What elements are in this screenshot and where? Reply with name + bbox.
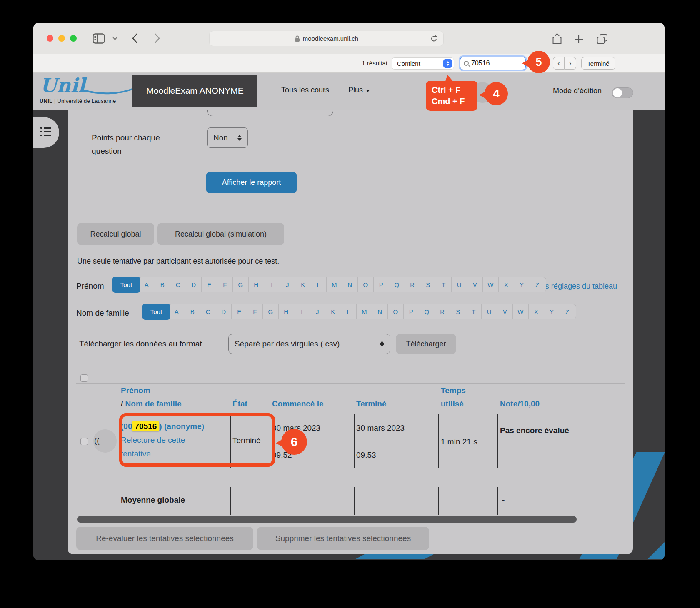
firstname-letter-filter[interactable]: E <box>201 277 217 292</box>
firstname-letter-filter[interactable]: I <box>264 277 280 292</box>
firstname-letter-filter[interactable]: V <box>467 277 483 292</box>
lastname-letter-filter[interactable]: B <box>185 304 200 319</box>
find-next-button[interactable]: › <box>565 57 576 70</box>
firstname-letter-filter[interactable]: R <box>405 277 420 292</box>
download-format-select[interactable]: Séparé par des virgules (.csv) <box>228 334 390 354</box>
lastname-letter-filter[interactable]: N <box>372 304 388 319</box>
sidebar-toggle-icon[interactable] <box>92 33 105 44</box>
firstname-letter-filter[interactable]: G <box>232 277 248 292</box>
firstname-letter-filter[interactable]: A <box>139 277 155 292</box>
regrade-selected-button[interactable]: Ré-évaluer les tentatives sélectionnées <box>76 527 253 550</box>
lastname-letter-filter[interactable]: V <box>497 304 513 319</box>
lastname-letter-filter[interactable]: Z <box>560 304 575 319</box>
column-header-lastname[interactable]: / Nom de famille <box>121 399 182 409</box>
regrade-all-dry-run-button[interactable]: Recalcul global (simulation) <box>158 223 284 245</box>
truncated-field[interactable] <box>207 110 333 116</box>
lastname-letter-filter[interactable]: Q <box>419 304 435 319</box>
lastname-letter-filter[interactable]: I <box>294 304 310 319</box>
back-button-icon[interactable] <box>132 33 138 43</box>
firstname-letter-filter[interactable]: S <box>420 277 436 292</box>
firstname-letter-filter[interactable]: Z <box>530 277 545 292</box>
firstname-letter-filter[interactable]: H <box>248 277 264 292</box>
toggle-knob <box>613 88 622 97</box>
lastname-letter-filter[interactable]: J <box>310 304 325 319</box>
firstname-letter-filter[interactable]: J <box>280 277 295 292</box>
sidebar-chevron-down-icon[interactable] <box>112 36 118 40</box>
maximize-window-button[interactable] <box>70 35 77 42</box>
firstname-letter-filter[interactable]: F <box>217 277 233 292</box>
nav-more[interactable]: Plus <box>348 86 370 95</box>
share-icon[interactable] <box>552 33 562 45</box>
firstname-letter-filter[interactable]: Q <box>389 277 405 292</box>
points-per-question-label: Points pour chaque question <box>92 131 183 158</box>
firstname-letter-filter[interactable]: M <box>326 277 342 292</box>
close-window-button[interactable] <box>47 35 53 42</box>
firstname-letter-filter[interactable]: U <box>451 277 467 292</box>
show-report-button[interactable]: Afficher le rapport <box>206 172 297 193</box>
lastname-letter-filter[interactable]: X <box>528 304 544 319</box>
column-header-time-line1[interactable]: Temps <box>441 386 466 395</box>
firstname-letter-filter[interactable]: C <box>170 277 186 292</box>
download-button[interactable]: Télécharger <box>396 334 456 354</box>
lastname-letter-filter[interactable]: C <box>200 304 216 319</box>
find-done-button[interactable]: Terminé <box>581 57 615 70</box>
reload-icon[interactable] <box>430 35 438 43</box>
nav-all-courses[interactable]: Tous les cours <box>281 86 329 95</box>
edit-mode-toggle[interactable] <box>612 87 633 98</box>
minimize-window-button[interactable] <box>58 35 65 42</box>
lastname-letter-filter[interactable]: U <box>481 304 497 319</box>
lastname-letter-filter[interactable]: R <box>435 304 450 319</box>
firstname-letter-filter[interactable]: O <box>358 277 373 292</box>
find-search-input[interactable] <box>471 60 513 67</box>
firstname-letter-filter[interactable]: W <box>482 277 498 292</box>
find-bar: 1 résultat Contient 5 ‹ › Terminé <box>33 54 665 73</box>
firstname-letter-filter[interactable]: Y <box>514 277 530 292</box>
column-header-time-line2[interactable]: utilisé <box>441 399 464 409</box>
grade-link[interactable]: Pas encore évalué <box>500 424 573 437</box>
lastname-letter-filter[interactable]: K <box>325 304 341 319</box>
points-per-question-select[interactable]: Non <box>207 127 248 148</box>
new-tab-plus-icon[interactable] <box>574 35 583 44</box>
tab-overview-icon[interactable] <box>597 34 608 45</box>
regrade-all-button[interactable]: Recalcul global <box>77 223 154 245</box>
firstname-letter-filter[interactable]: N <box>342 277 358 292</box>
delete-selected-button[interactable]: Supprimer les tentatives sélectionnées <box>257 527 429 550</box>
column-header-firstname[interactable]: Prénom <box>121 386 150 395</box>
firstname-letter-filter[interactable]: L <box>311 277 327 292</box>
address-bar[interactable]: moodleexam.unil.ch <box>209 31 444 46</box>
firstname-letter-filter[interactable]: K <box>295 277 311 292</box>
lastname-letter-filter[interactable]: G <box>262 304 278 319</box>
lastname-letter-filter[interactable]: F <box>247 304 263 319</box>
select-all-checkbox[interactable] <box>80 374 88 382</box>
find-match-mode-select[interactable]: Contient <box>392 57 454 70</box>
lastname-letter-filter[interactable]: E <box>231 304 247 319</box>
find-search-field[interactable] <box>460 57 526 70</box>
table-horizontal-scrollbar[interactable] <box>77 516 577 523</box>
unil-logo[interactable]: Unil <box>39 75 135 97</box>
lastname-letter-filter[interactable]: Y <box>544 304 560 319</box>
lastname-letter-filter[interactable]: W <box>512 304 528 319</box>
lastname-filter-all[interactable]: Tout <box>142 304 170 320</box>
lastname-letter-filter[interactable]: S <box>450 304 466 319</box>
firstname-letter-filter[interactable]: T <box>436 277 452 292</box>
column-header-finished[interactable]: Terminé <box>356 399 387 409</box>
firstname-letter-filter[interactable]: X <box>498 277 514 292</box>
row-checkbox[interactable] <box>80 438 88 445</box>
lastname-letter-filter[interactable]: D <box>216 304 232 319</box>
column-header-grade[interactable]: Note/10,00 <box>500 399 540 409</box>
lastname-letter-filter[interactable]: O <box>388 304 403 319</box>
lastname-letter-filter[interactable]: T <box>466 304 482 319</box>
find-previous-button[interactable]: ‹ <box>553 57 565 70</box>
lastname-letter-filter[interactable]: A <box>169 304 185 319</box>
firstname-letter-filter[interactable]: D <box>186 277 202 292</box>
lastname-letter-filter[interactable]: L <box>341 304 357 319</box>
forward-button-icon[interactable] <box>155 33 160 43</box>
column-header-started[interactable]: Commencé le <box>272 399 324 409</box>
lastname-letter-filter[interactable]: M <box>356 304 372 319</box>
lastname-letter-filter[interactable]: H <box>278 304 294 319</box>
lastname-letter-filter[interactable]: P <box>403 304 419 319</box>
firstname-letter-filter[interactable]: P <box>373 277 389 292</box>
firstname-letter-filter[interactable]: B <box>155 277 170 292</box>
firstname-filter-all[interactable]: Tout <box>112 277 140 293</box>
course-index-drawer-toggle[interactable] <box>33 117 59 148</box>
